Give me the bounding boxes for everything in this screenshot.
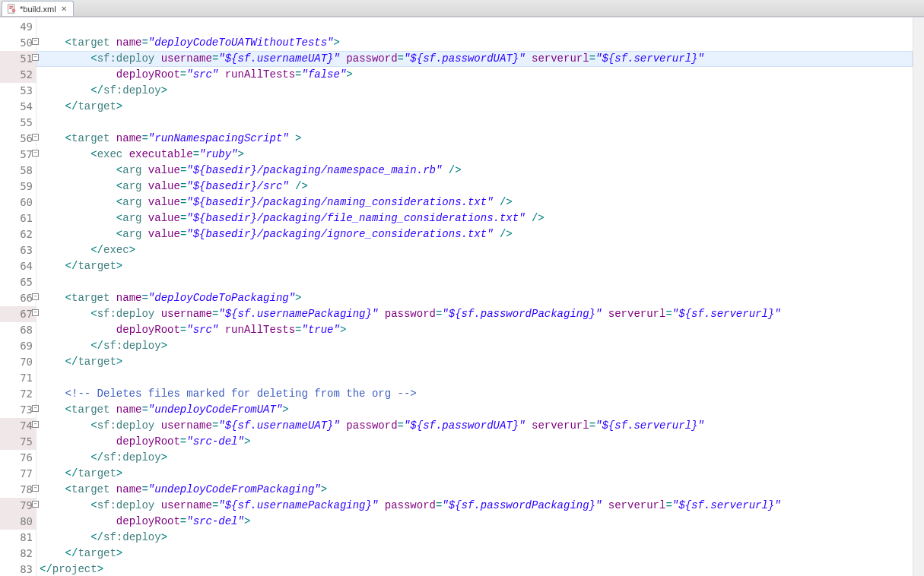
line-number: 81 [0,530,36,546]
code-line[interactable]: <target name="runNamespacingScript" > [37,131,913,147]
line-number: 60 [0,195,36,210]
line-number: 68 [0,322,36,338]
line-number: 61 [0,210,36,226]
line-number: 57 [0,147,36,163]
fold-icon[interactable] [32,309,39,316]
code-line[interactable]: <sf:deploy username="${sf.usernamePackag… [37,306,913,322]
line-number: 76 [0,450,36,466]
code-line[interactable]: </target> [37,354,913,370]
line-number: 83 [0,562,36,576]
code-line[interactable] [37,115,913,131]
line-number: 58 [0,163,36,179]
fold-icon[interactable] [32,421,39,428]
code-line[interactable]: <arg value="${basedir}/packaging/ignore_… [37,226,913,242]
close-icon[interactable]: ✕ [59,5,68,14]
code-line[interactable]: </target> [37,99,913,115]
line-number: 59 [0,179,36,195]
code-line[interactable]: <sf:deploy username="${sf.usernameUAT}" … [37,418,913,434]
line-number: 70 [0,354,36,370]
code-line[interactable]: </sf:deploy> [37,338,913,354]
fold-icon[interactable] [32,485,39,492]
line-number-gutter[interactable]: 4950515253545556575859606162636465666768… [0,17,37,576]
line-number: 56 [0,131,36,147]
code-line[interactable]: </target> [37,466,913,482]
ant-file-icon [7,4,17,14]
code-line[interactable]: </sf:deploy> [37,530,913,546]
code-line[interactable]: deployRoot="src-del"> [37,514,913,530]
tab-filename: *build.xml [20,5,56,14]
line-number: 52 [0,67,36,83]
fold-icon[interactable] [32,293,39,300]
line-number: 65 [0,274,36,290]
code-line[interactable]: <target name="deployCodeToPackaging"> [37,290,913,306]
editor-tab[interactable]: *build.xml ✕ [2,1,74,16]
code-line[interactable]: deployRoot="src" runAllTests="false"> [37,67,913,83]
code-line[interactable]: <target name="undeployCodeFromPackaging"… [37,482,913,498]
code-line[interactable]: <sf:deploy username="${sf.usernamePackag… [37,498,913,514]
code-line[interactable]: <sf:deploy username="${sf.usernameUAT}" … [37,51,913,67]
code-line[interactable]: </sf:deploy> [37,450,913,466]
code-line[interactable]: </project> [37,562,913,576]
code-line[interactable]: <exec executable="ruby"> [37,147,913,163]
code-line[interactable]: <arg value="${basedir}/packaging/naming_… [37,195,913,210]
line-number: 64 [0,258,36,274]
fold-icon[interactable] [32,405,39,412]
code-line[interactable]: <arg value="${basedir}/packaging/namespa… [37,163,913,179]
line-number: 77 [0,466,36,482]
code-line[interactable]: deployRoot="src" runAllTests="true"> [37,322,913,338]
code-line[interactable]: </sf:deploy> [37,83,913,99]
line-number: 67 [0,306,36,322]
line-number: 73 [0,402,36,418]
line-number: 75 [0,434,36,450]
line-number: 69 [0,338,36,354]
code-line[interactable] [37,274,913,290]
line-number: 63 [0,242,36,258]
editor-region: 4950515253545556575859606162636465666768… [0,17,924,576]
code-line[interactable]: </target> [37,546,913,562]
code-line[interactable] [37,370,913,386]
code-line[interactable]: deployRoot="src-del"> [37,434,913,450]
line-number: 82 [0,546,36,562]
code-line[interactable]: <!-- Deletes files marked for deleting f… [37,386,913,402]
line-number: 79 [0,498,36,514]
line-number: 50 [0,35,36,51]
code-line[interactable]: </exec> [37,242,913,258]
fold-icon[interactable] [32,38,39,45]
tab-bar: *build.xml ✕ [0,0,924,17]
code-area[interactable]: <target name="deployCodeToUATWithoutTest… [37,17,913,576]
line-number: 72 [0,386,36,402]
fold-icon[interactable] [32,150,39,157]
svg-point-1 [12,9,16,13]
line-number: 53 [0,83,36,99]
code-line[interactable]: <arg value="${basedir}/packaging/file_na… [37,210,913,226]
fold-icon[interactable] [32,134,39,141]
line-number: 71 [0,370,36,386]
fold-icon[interactable] [32,54,39,61]
code-line[interactable]: <target name="deployCodeToUATWithoutTest… [37,35,913,51]
line-number: 55 [0,115,36,131]
line-number: 80 [0,514,36,530]
line-number: 74 [0,418,36,434]
vertical-scrollbar[interactable] [913,17,924,576]
line-number: 78 [0,482,36,498]
code-line[interactable]: <arg value="${basedir}/src" /> [37,179,913,195]
code-line[interactable] [37,19,913,35]
code-line[interactable]: <target name="undeployCodeFromUAT"> [37,402,913,418]
code-line[interactable]: </target> [37,258,913,274]
line-number: 62 [0,226,36,242]
line-number: 51 [0,51,36,67]
line-number: 54 [0,99,36,115]
fold-icon[interactable] [32,501,39,508]
line-number: 66 [0,290,36,306]
line-number: 49 [0,19,36,35]
